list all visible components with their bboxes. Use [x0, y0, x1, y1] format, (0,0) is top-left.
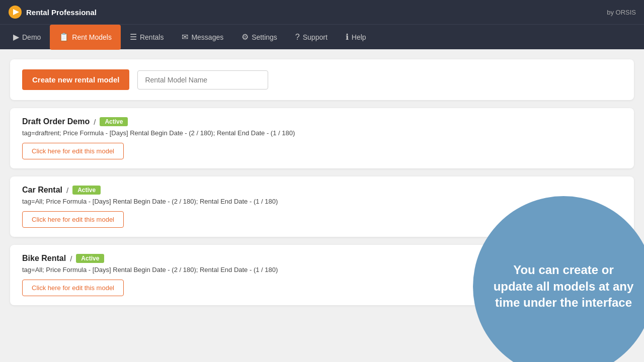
- help-icon: ℹ: [346, 32, 349, 42]
- edit-button-bike-rental[interactable]: Click here for edit this model: [22, 280, 124, 296]
- app-byline: by ORSIS: [607, 9, 636, 16]
- nav-item-support[interactable]: ? Support: [286, 25, 337, 50]
- messages-icon: ✉: [182, 32, 188, 42]
- model-status-car-rental: Active: [72, 186, 101, 195]
- tooltip-text: You can create or update all models at a…: [493, 262, 634, 311]
- navbar: ▶ Demo 📋 Rent Models ☰ Rentals ✉ Message…: [0, 24, 644, 49]
- nav-label-settings: Settings: [252, 33, 277, 41]
- model-name-bike-rental: Bike Rental: [22, 254, 66, 263]
- model-name-car-rental: Car Rental: [22, 186, 62, 195]
- nav-label-rentals: Rentals: [140, 33, 164, 41]
- nav-label-demo: Demo: [22, 33, 41, 41]
- rentals-icon: ☰: [130, 32, 137, 42]
- create-card: Create new rental model: [10, 59, 634, 100]
- nav-label-rent-models: Rent Models: [72, 33, 112, 41]
- model-status-draft-order-demo: Active: [100, 117, 128, 126]
- app-logo: Rental Professional: [8, 5, 97, 19]
- nav-label-support: Support: [303, 33, 328, 41]
- edit-button-car-rental[interactable]: Click here for edit this model: [22, 211, 124, 228]
- logo-icon: [8, 5, 22, 19]
- app-name: Rental Professional: [26, 8, 97, 17]
- nav-item-demo[interactable]: ▶ Demo: [4, 25, 50, 50]
- edit-button-draft-order-demo[interactable]: Click here for edit this model: [22, 143, 124, 159]
- topbar: Rental Professional by ORSIS: [0, 0, 644, 24]
- model-name-draft-order-demo: Draft Order Demo: [22, 117, 90, 126]
- demo-icon: ▶: [13, 32, 19, 42]
- model-card-draft-order-demo: Draft Order Demo / Active tag=draftrent;…: [10, 108, 634, 168]
- model-status-bike-rental: Active: [76, 254, 104, 263]
- nav-item-help[interactable]: ℹ Help: [337, 25, 375, 50]
- nav-item-settings[interactable]: ⚙ Settings: [232, 25, 286, 50]
- create-rental-model-button[interactable]: Create new rental model: [22, 69, 129, 90]
- model-desc-draft-order-demo: tag=draftrent; Price Formula - [Days] Re…: [22, 129, 622, 137]
- nav-item-rentals[interactable]: ☰ Rentals: [121, 25, 173, 50]
- model-header-car-rental: Car Rental / Active: [22, 186, 622, 195]
- support-icon: ?: [295, 33, 300, 42]
- nav-item-messages[interactable]: ✉ Messages: [173, 25, 232, 50]
- nav-label-help: Help: [352, 33, 366, 41]
- nav-label-messages: Messages: [191, 33, 223, 41]
- nav-item-rent-models[interactable]: 📋 Rent Models: [50, 25, 121, 50]
- settings-icon: ⚙: [242, 32, 249, 42]
- model-header-draft-order-demo: Draft Order Demo / Active: [22, 117, 622, 126]
- rent-models-icon: 📋: [59, 32, 69, 42]
- rental-model-name-input[interactable]: [137, 70, 268, 89]
